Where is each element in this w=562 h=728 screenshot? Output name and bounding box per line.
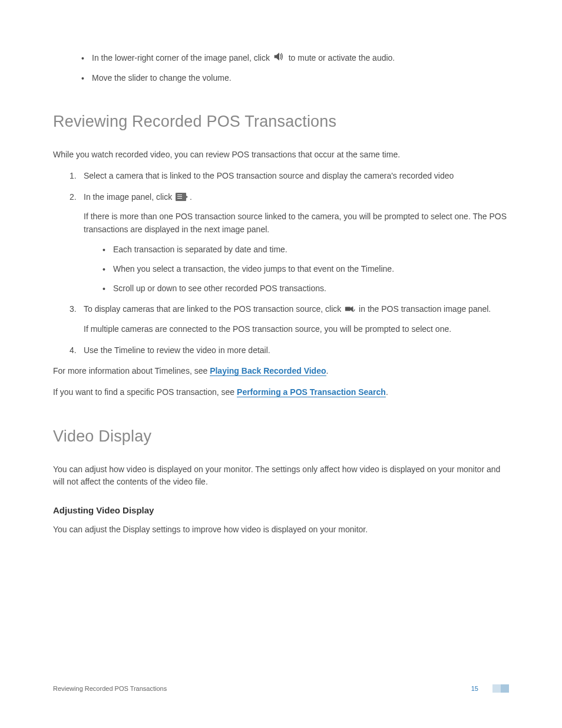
step-text-before: To display cameras that are linked to th…: [84, 304, 343, 314]
step-text-after: in the POS transaction image panel.: [359, 304, 491, 314]
list-item: Move the slider to change the volume.: [81, 72, 509, 84]
list-item: In the lower-right corner of the image p…: [81, 52, 509, 65]
nested-bullets: Each transaction is separated by date an…: [84, 243, 509, 295]
text-before: For more information about Timelines, se…: [53, 366, 210, 375]
page-footer: Reviewing Recorded POS Transactions 15: [53, 684, 509, 693]
steps-list: Select a camera that is linked to the PO…: [53, 170, 509, 357]
step-1: Select a camera that is linked to the PO…: [70, 170, 509, 183]
list-item: Each transaction is separated by date an…: [103, 243, 509, 256]
section-intro: While you watch recorded video, you can …: [53, 149, 509, 162]
list-item: Scroll up or down to see other recorded …: [103, 282, 509, 295]
intro-bullet-list: In the lower-right corner of the image p…: [53, 52, 509, 84]
list-item: When you select a transaction, the video…: [103, 263, 509, 275]
footer-right: 15: [471, 684, 509, 693]
step-3: To display cameras that are linked to th…: [70, 303, 509, 336]
section-heading-pos: Reviewing Recorded POS Transactions: [53, 113, 509, 131]
text-before: If you want to find a specific POS trans…: [53, 387, 237, 397]
bullet-text: Each transaction is separated by date an…: [113, 245, 287, 254]
bullet-text: Scroll up or down to see other recorded …: [113, 284, 326, 293]
adjusting-text: You can adjust the Display settings to i…: [53, 523, 509, 536]
logo-block: [492, 684, 501, 693]
step-text: Select a camera that is linked to the PO…: [84, 171, 454, 180]
more-info-2: If you want to find a specific POS trans…: [53, 386, 509, 399]
bullet-text-after: to mute or activate the audio.: [289, 53, 395, 62]
step-4: Use the Timeline to review the video in …: [70, 344, 509, 357]
step-paragraph: If there is more than one POS transactio…: [84, 210, 509, 236]
link-pos-search[interactable]: Performing a POS Transaction Search: [237, 387, 386, 397]
text-after: .: [326, 366, 329, 375]
link-playback-video[interactable]: Playing Back Recorded Video: [210, 366, 326, 376]
footer-title: Reviewing Recorded POS Transactions: [53, 685, 167, 692]
step-2: In the image panel, click . If there is …: [70, 191, 509, 295]
section-heading-video: Video Display: [53, 427, 509, 446]
bullet-text-before: In the lower-right corner of the image p…: [92, 53, 272, 62]
step-paragraph: If multiple cameras are connected to the…: [84, 323, 509, 336]
camera-link-icon: [345, 303, 355, 316]
bullet-text: Move the slider to change the volume.: [92, 73, 232, 83]
speaker-icon: [273, 52, 285, 65]
step-text: Use the Timeline to review the video in …: [84, 345, 270, 355]
logo-block: [501, 684, 509, 693]
more-info-1: For more information about Timelines, se…: [53, 365, 509, 378]
step-text-after: .: [190, 192, 192, 202]
bullet-text: When you select a transaction, the video…: [113, 264, 394, 274]
step-text-before: In the image panel, click: [84, 192, 174, 202]
svg-rect-0: [345, 307, 351, 311]
pos-receipt-icon: [176, 193, 186, 201]
video-intro: You can adjust how video is displayed on…: [53, 463, 509, 489]
footer-logo-blocks: [492, 684, 509, 693]
sub-heading-adjusting: Adjusting Video Display: [53, 505, 509, 515]
text-after: .: [386, 387, 388, 397]
page-number: 15: [471, 685, 478, 692]
